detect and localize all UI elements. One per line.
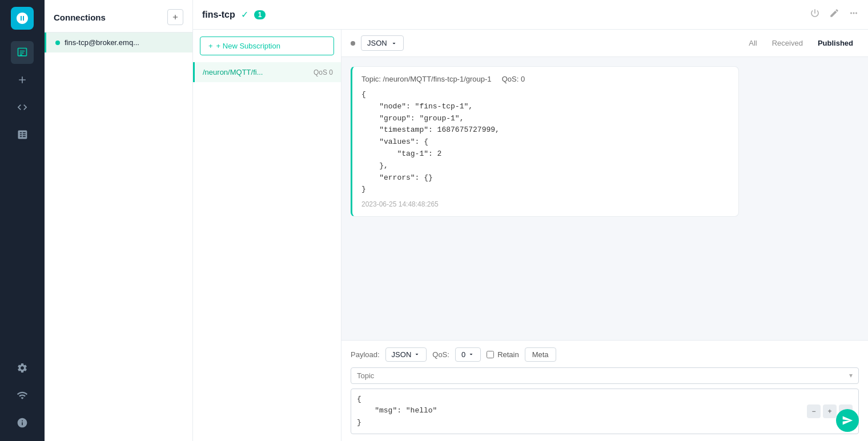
sidebar-item-add[interactable] [11,68,34,91]
power-icon[interactable] [810,8,820,21]
qos-value: 0 [461,350,465,359]
payload-format-chevron-icon [413,351,420,358]
format-label: JSON [367,39,387,47]
filter-tabs: All Received Published [743,37,859,50]
connection-status-dot [55,41,60,45]
topbar-badge: 1 [254,10,266,19]
topbar-actions [810,8,859,21]
message-content: { "node": "fins-tcp-1", "group": "group-… [361,89,729,196]
message-qos: QoS: 0 [502,75,525,83]
connection-item-fins-tcp[interactable]: fins-tcp@broker.emq... [45,33,192,52]
new-subscription-button[interactable]: + + New Subscription [200,37,334,55]
more-icon[interactable] [849,8,859,21]
message-topic: Topic: /neuron/MQTT/fins-tcp-1/group-1 [361,75,492,83]
messages-list: Topic: /neuron/MQTT/fins-tcp-1/group-1 Q… [341,57,868,340]
topic-row: ▾ [351,367,859,384]
add-connection-button[interactable] [167,9,183,25]
app-logo [11,7,34,30]
topbar-connection-name: fins-tcp [202,10,235,20]
payload-label: Payload: [351,350,380,359]
main-content: fins-tcp ✓ 1 + [193,0,868,441]
connections-title: Connections [54,13,106,22]
edit-icon[interactable] [829,8,839,21]
subscription-panel: + + New Subscription /neuron/MQTT/fi... … [193,30,341,441]
topic-input[interactable] [357,371,849,380]
sidebar-item-scripts[interactable] [11,96,34,119]
qos-label: QoS: [432,350,449,359]
sidebar-item-info[interactable] [11,411,34,434]
subscription-item-0[interactable]: /neuron/MQTT/fi... QoS 0 [193,62,341,82]
payload-format-label: JSON [392,350,412,359]
qos-chevron-icon [468,351,475,358]
filter-tab-received[interactable]: Received [766,37,809,50]
send-button[interactable] [836,409,859,432]
format-chevron-icon [391,40,397,47]
publish-panel: Payload: JSON QoS: 0 [341,340,868,441]
message-time: 2023-06-25 14:48:48:265 [361,200,729,208]
sidebar-item-broadcast[interactable] [11,384,34,407]
subscription-qos: QoS 0 [314,68,333,76]
payload-action-minus[interactable]: − [807,404,821,418]
sidebar-item-connections[interactable] [11,41,34,64]
topic-chevron-icon: ▾ [849,371,853,379]
format-select[interactable]: JSON [361,35,404,51]
payload-content: { "msg": "hello" } [357,394,813,429]
message-item-0: Topic: /neuron/MQTT/fins-tcp-1/group-1 Q… [351,66,739,217]
retain-checkbox-label[interactable]: Retain [487,350,519,359]
new-subscription-label: + New Subscription [216,42,280,50]
messages-toolbar: JSON All Received Published [341,30,868,57]
topbar: fins-tcp ✓ 1 [193,0,868,30]
payload-area[interactable]: { "msg": "hello" } − + → [351,389,859,434]
payload-action-plus[interactable]: + [823,404,837,418]
filter-tab-all[interactable]: All [743,37,762,50]
retain-checkbox[interactable] [487,351,494,358]
connections-header: Connections [45,0,192,33]
qos-select[interactable]: 0 [455,347,481,362]
connections-panel: Connections fins-tcp@broker.emq... [45,0,193,441]
meta-button[interactable]: Meta [525,347,556,362]
connection-check-icon: ✓ [241,9,248,20]
connection-name: fins-tcp@broker.emq... [65,38,139,47]
sidebar-item-table[interactable] [11,123,34,146]
sidebar [0,0,45,441]
messages-area: JSON All Received Published Topic: /neur… [341,30,868,441]
new-sub-plus-icon: + [208,42,213,50]
publish-toolbar: Payload: JSON QoS: 0 [351,347,859,362]
send-icon [842,415,853,426]
middle-section: + + New Subscription /neuron/MQTT/fi... … [193,30,868,441]
format-status-dot [351,41,355,46]
sidebar-item-settings[interactable] [11,357,34,379]
payload-format-select[interactable]: JSON [385,347,427,362]
subscription-topic: /neuron/MQTT/fi... [203,68,263,76]
retain-label: Retain [497,350,519,359]
message-header: Topic: /neuron/MQTT/fins-tcp-1/group-1 Q… [361,75,729,83]
filter-tab-published[interactable]: Published [812,37,859,50]
